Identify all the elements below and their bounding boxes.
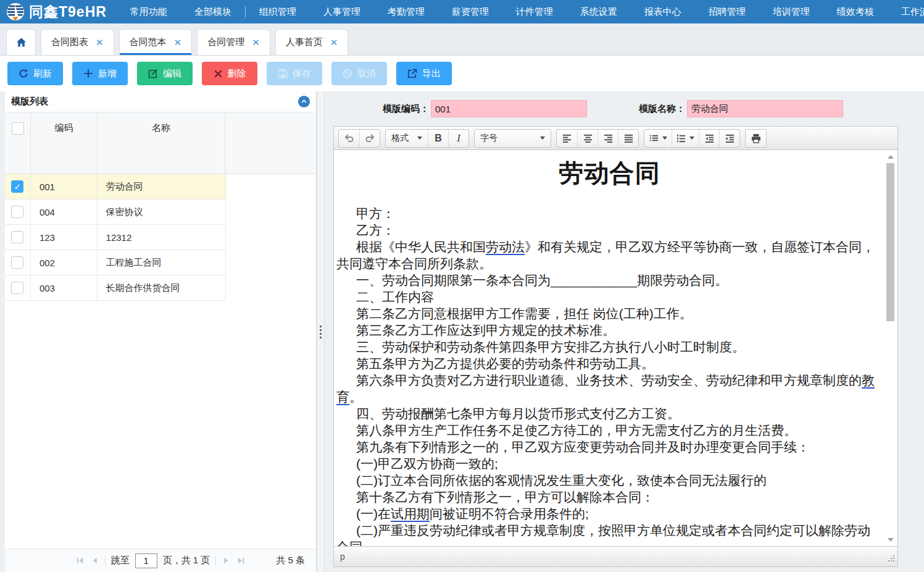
next-page-button[interactable] [222,556,231,565]
document-text: 乙方： [356,223,395,237]
first-page-icon [75,556,85,565]
last-page-button[interactable] [236,556,246,565]
document-link: 劳动法 [486,240,525,255]
add-button[interactable]: 新增 [72,62,128,85]
refresh-button[interactable]: 刷新 [7,62,63,85]
row-code: 001 [31,174,98,199]
nav-item-5[interactable]: 薪资管理 [438,0,502,23]
prev-page-button[interactable] [90,556,99,565]
tab-2[interactable]: 合同管理✕ [197,29,270,55]
scroll-up-button[interactable] [886,153,894,161]
justify-button[interactable] [618,130,638,147]
outdent-button[interactable] [699,130,719,147]
panel-splitter[interactable] [317,91,325,572]
nav-item-1[interactable]: 全部模块 [181,0,245,23]
row-checkbox[interactable] [11,206,23,218]
italic-button[interactable]: I [448,130,468,147]
close-icon[interactable]: ✕ [252,38,260,47]
align-left-button[interactable] [557,130,577,147]
export-button[interactable]: 导出 [396,62,452,85]
home-icon [16,37,27,48]
table-row[interactable]: 002工程施工合同 [5,250,226,275]
nav-item-12[interactable]: 工作流程 [888,0,924,23]
row-checkbox[interactable] [11,282,23,294]
collapse-panel-button[interactable] [298,96,310,107]
align-center-button[interactable] [577,130,597,147]
scroll-down-button[interactable] [886,536,894,544]
delete-button[interactable]: 删除 [202,62,257,85]
select-all-checkbox[interactable] [12,122,24,135]
row-checkbox[interactable] [11,231,23,243]
nav-item-3[interactable]: 人事管理 [310,0,374,23]
tab-1[interactable]: 合同范本✕ [119,29,193,55]
redo-button[interactable] [359,130,380,147]
rich-text-editor: 格式 B I 字号 [333,126,898,567]
document-paragraph: 三、劳动保护和劳动条件第四条甲方安排乙方执行八小时工时制度。 [336,339,883,355]
indent-button[interactable] [719,130,739,147]
document-text: 间被证明不符合录用条件的; [430,507,589,521]
document-text: 第九条有下列情形之一的，甲乙双方应变更劳动合同并及时办理变更合同手续： [356,440,810,454]
undo-button[interactable] [339,130,359,147]
fontsize-group: 字号 [474,129,551,148]
numbered-list-button[interactable] [672,130,699,147]
first-page-button[interactable] [75,556,85,565]
nav-item-0[interactable]: 常用功能 [117,0,181,23]
document-body: 甲方：乙方：根据《中华人民共和国劳动法》和有关规定，甲乙双方经平等协商一致，自愿… [336,205,883,546]
row-name: 工程施工合同 [98,250,225,275]
table-row[interactable]: ✓001劳动合同 [5,174,226,200]
nav-item-8[interactable]: 报表中心 [631,0,695,23]
close-icon[interactable]: ✕ [330,38,338,47]
chevron-up-icon [301,98,307,105]
cancel-button[interactable]: 取消 [331,62,387,85]
table-row[interactable]: 12312312 [5,225,226,250]
template-name-input[interactable] [687,100,843,117]
nav-item-9[interactable]: 招聘管理 [695,0,759,23]
save-button[interactable]: 保存 [267,62,322,85]
template-list-header: 模版列表 [5,91,316,112]
nav-item-7[interactable]: 系统设置 [567,0,631,23]
triangle-up-icon [888,155,894,159]
document-paragraph: (二)严重违反劳动纪律或者甲方规章制度，按照甲方单位规定或者本合同约定可以解除劳… [336,522,883,546]
template-code-input[interactable] [431,100,587,117]
nav-item-6[interactable]: 计件管理 [502,0,567,23]
format-dropdown[interactable]: 格式 [386,130,428,147]
plus-icon [83,69,93,78]
page-number-input[interactable] [135,553,157,568]
align-group [556,129,639,148]
tab-0[interactable]: 合同图表✕ [41,29,114,55]
caret-down-icon [417,137,422,140]
fontsize-dropdown[interactable]: 字号 [475,130,551,147]
document-paragraph: (二)订立本合同所依据的客观情况发生重大变化，致使本合同无法履行的 [336,472,883,489]
template-detail-panel: 模版编码： 模版名称： [325,91,924,572]
document-editable-area[interactable]: 劳动合同 甲方：乙方：根据《中华人民共和国劳动法》和有关规定，甲乙双方经平等协商… [336,150,883,546]
row-checkbox[interactable]: ✓ [11,180,23,193]
format-group: 格式 B I [385,129,469,148]
nav-item-11[interactable]: 绩效考核 [823,0,888,23]
table-row[interactable]: 003长期合作供货合同 [5,275,226,301]
column-header-name: 名称 [98,112,225,174]
document-paragraph: (一)在试用期间被证明不符合录用条件的; [336,505,883,522]
align-right-button[interactable] [597,130,618,147]
tab-3[interactable]: 人事首页✕ [275,29,349,55]
nav-item-2[interactable]: 组织管理 [246,0,310,23]
caret-down-icon [540,137,545,140]
edit-icon [148,69,158,78]
scrollbar-thumb[interactable] [886,163,894,321]
list-indent-group [644,129,740,148]
close-icon[interactable]: ✕ [174,38,182,47]
tab-label: 合同范本 [130,36,167,48]
bullet-list-button[interactable] [644,130,672,147]
nav-item-10[interactable]: 培训管理 [759,0,823,23]
print-button[interactable] [746,130,766,147]
edit-button[interactable]: 编辑 [137,62,193,85]
table-row[interactable]: 004保密协议 [5,200,226,225]
document-paragraph: 第五条甲方为乙方提供必要的劳动条件和劳动工具。 [336,355,883,372]
row-checkbox[interactable] [11,256,23,269]
resize-grip[interactable] [888,554,895,564]
tab-home[interactable] [6,29,36,55]
close-icon[interactable]: ✕ [96,38,104,47]
edit-label: 编辑 [163,68,181,80]
nav-item-4[interactable]: 考勤管理 [374,0,438,23]
redo-icon [365,133,375,143]
bold-button[interactable]: B [428,130,448,147]
